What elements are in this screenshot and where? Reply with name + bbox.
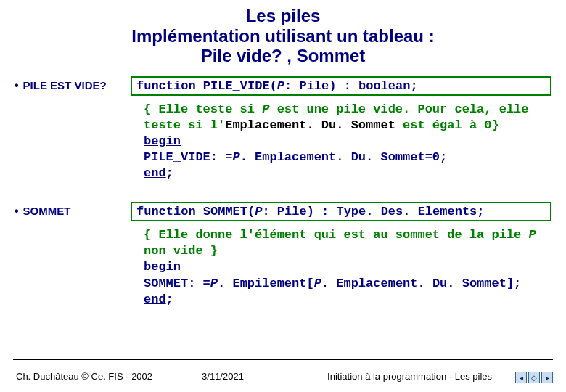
signature-box: function SOMMET(P: Pile) : Type. Des. El… xyxy=(131,202,551,221)
title-line-2: Implémentation utilisant un tableau : xyxy=(0,26,566,46)
end-kw: end xyxy=(144,166,166,180)
bullet-icon: • xyxy=(15,79,19,92)
nav-toc-button[interactable]: ◇ xyxy=(528,372,540,383)
nav-next-button[interactable]: ▸ xyxy=(541,372,553,383)
signature-box: function PILE_VIDE(P: Pile) : boolean; xyxy=(131,76,551,96)
sig-pre: function SOMMET( xyxy=(136,205,255,219)
footer-author: Ch. Duchâteau © Ce. FIS - 2002 xyxy=(16,371,152,382)
body-line: SOMMET: =P. Empilement[P. Emplacement. D… xyxy=(144,277,521,290)
sig-param: P xyxy=(277,79,284,93)
section-sommet: • SOMMET function SOMMET(P: Pile) : Type… xyxy=(15,202,551,221)
body-block-2: { Elle donne l'élément qui est au sommet… xyxy=(144,227,551,307)
section-label-text: PILE EST VIDE? xyxy=(23,79,107,91)
section-label-text: SOMMET xyxy=(23,205,71,217)
footer-title: Initiation à la programmation - Les pile… xyxy=(327,371,492,382)
begin-kw: begin xyxy=(144,134,181,148)
nav-prev-button[interactable]: ◂ xyxy=(515,372,527,383)
sig-param: P xyxy=(255,205,262,219)
sig-post: : Pile) : boolean; xyxy=(284,79,418,93)
content-area: • PILE EST VIDE? function PILE_VIDE(P: P… xyxy=(0,66,566,308)
nav-buttons: ◂ ◇ ▸ xyxy=(515,372,553,383)
section-pile-vide: • PILE EST VIDE? function PILE_VIDE(P: P… xyxy=(15,76,551,96)
slide-title: Les piles Implémentation utilisant un ta… xyxy=(0,0,566,66)
section-label: • PILE EST VIDE? xyxy=(15,76,131,92)
footer-divider xyxy=(13,359,553,360)
sig-pre: function PILE_VIDE( xyxy=(136,79,277,93)
begin-kw: begin xyxy=(144,260,181,274)
comment-1: { Elle teste si P est une pile vide. Pou… xyxy=(144,102,529,132)
footer-date: 3/11/2021 xyxy=(202,371,244,382)
end-kw: end xyxy=(144,293,166,306)
body-block-1: { Elle teste si P est une pile vide. Pou… xyxy=(144,102,551,181)
title-line-3: Pile vide? , Sommet xyxy=(0,46,566,66)
footer: Ch. Duchâteau © Ce. FIS - 2002 3/11/2021… xyxy=(0,371,566,382)
title-line-1: Les piles xyxy=(0,6,566,26)
section-label: • SOMMET xyxy=(15,202,131,218)
body-line: PILE_VIDE: =P. Emplacement. Du. Sommet=0… xyxy=(144,150,447,164)
sig-post: : Pile) : Type. Des. Elements; xyxy=(262,205,484,219)
comment-2: { Elle donne l'élément qui est au sommet… xyxy=(144,228,536,258)
bullet-icon: • xyxy=(15,205,19,218)
